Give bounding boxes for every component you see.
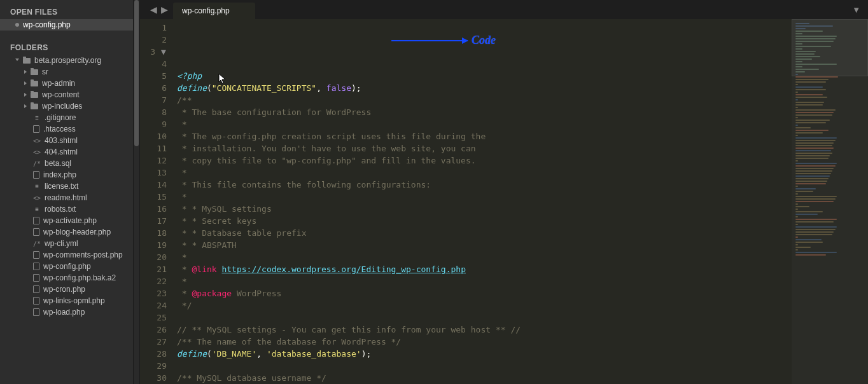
file-label: wp-cli.yml	[45, 239, 78, 248]
open-file-item[interactable]: wp-config.php	[0, 19, 133, 31]
code-line[interactable]: * * MySQL settings	[177, 203, 792, 215]
minimap-line	[795, 206, 809, 207]
code-line[interactable]: * This file contains the following confi…	[177, 179, 792, 191]
tabs-dropdown-icon[interactable]: ▼	[844, 0, 868, 19]
file-item[interactable]: .htaccess	[0, 123, 133, 135]
code-line[interactable]: *	[177, 251, 792, 263]
minimap-line	[795, 165, 836, 167]
code-line[interactable]	[177, 312, 792, 324]
file-item[interactable]: wp-blog-header.php	[0, 226, 133, 238]
code-line[interactable]: * * Secret keys	[177, 215, 792, 227]
code-line[interactable]	[177, 360, 792, 372]
minimap-line	[795, 104, 823, 106]
folder-item[interactable]: sr	[0, 66, 133, 78]
code-line[interactable]: * copy this file to "wp-config.php" and …	[177, 154, 792, 167]
line-number: 20	[140, 251, 167, 263]
code-line[interactable]: define("CONCATENATE_SCRIPTS", false);	[177, 82, 792, 94]
line-number: 1	[140, 22, 167, 34]
file-item[interactable]: wp-config.php	[0, 261, 133, 272]
file-item[interactable]: <>403.shtml	[0, 135, 133, 146]
minimap-line	[795, 188, 816, 189]
line-number: 11	[140, 142, 167, 154]
minimap-line	[795, 242, 823, 243]
line-number: 8	[140, 106, 167, 118]
code-line[interactable]: *	[177, 167, 792, 179]
file-item[interactable]: wp-config.php.bak.a2	[0, 272, 133, 284]
scrollbar-thumb[interactable]	[134, 0, 139, 146]
folder-item[interactable]: wp-admin	[0, 78, 133, 89]
code-line[interactable]: * installation. You don't have to use th…	[177, 142, 792, 154]
code-line[interactable]: *	[177, 118, 792, 130]
file-item[interactable]: ≡.gitignore	[0, 112, 133, 123]
file-item[interactable]: wp-links-opml.php	[0, 295, 133, 306]
code-line[interactable]: // ** MySQL settings - You can get this …	[177, 324, 792, 336]
code-line[interactable]: * * Database table prefix	[177, 227, 792, 239]
minimap-line	[795, 196, 837, 197]
minimap-line	[795, 252, 837, 253]
minimap-line	[795, 226, 837, 228]
line-number: 27	[140, 336, 167, 348]
file-item[interactable]: /*beta.sql	[0, 158, 133, 169]
code-line[interactable]: *	[177, 275, 792, 287]
code-line[interactable]: define('DB_NAME', 'database_database');	[177, 348, 792, 360]
folder-label: wp-admin	[42, 79, 75, 88]
annotation-label: Code	[472, 34, 496, 46]
sidebar-scrollbar[interactable]	[134, 0, 140, 384]
file-item[interactable]: wp-cron.php	[0, 284, 133, 295]
code-line[interactable]: /** MySQL database username */	[177, 372, 792, 384]
nav-forward-icon[interactable]: ▶	[161, 4, 168, 15]
minimap-viewport[interactable]	[792, 19, 868, 76]
file-item[interactable]: <>readme.html	[0, 192, 133, 203]
code-line[interactable]: <?php	[177, 70, 792, 82]
folder-label: wp-includes	[42, 102, 82, 111]
folder-item[interactable]: wp-includes	[0, 100, 133, 112]
file-label: license.txt	[45, 182, 78, 191]
code-line[interactable]: * * ABSPATH	[177, 239, 792, 251]
folder-item[interactable]: wp-content	[0, 89, 133, 100]
file-item[interactable]: <>404.shtml	[0, 146, 133, 158]
file-label: 403.shtml	[45, 136, 78, 145]
minimap-line	[795, 140, 836, 141]
minimap-line	[795, 84, 798, 85]
minimap-line	[795, 173, 831, 174]
sidebar: OPEN FILES wp-config.php FOLDERS beta.pr…	[0, 0, 134, 384]
code-line[interactable]: /**	[177, 94, 792, 106]
file-item[interactable]: ≡license.txt	[0, 181, 133, 192]
line-number: 30	[140, 372, 167, 384]
minimap-line	[795, 158, 829, 159]
tab-wp-config[interactable]: wp-config.php	[173, 3, 255, 19]
file-label: beta.sql	[45, 159, 71, 168]
file-item[interactable]: index.php	[0, 169, 133, 181]
code-line[interactable]: * @package WordPress	[177, 287, 792, 299]
code-line[interactable]: /** The name of the database for WordPre…	[177, 336, 792, 348]
code-line[interactable]: * The wp-config.php creation script uses…	[177, 130, 792, 142]
file-label: wp-cron.php	[43, 285, 85, 294]
file-item[interactable]: wp-load.php	[0, 306, 133, 318]
file-item[interactable]: wp-activate.php	[0, 215, 133, 226]
minimap-line	[795, 153, 832, 154]
file-label: robots.txt	[45, 205, 76, 214]
line-number: 26	[140, 324, 167, 336]
folder-icon	[31, 81, 38, 86]
code-line[interactable]: * The base configuration for WordPress	[177, 106, 792, 118]
file-item[interactable]: ≡robots.txt	[0, 203, 133, 215]
line-number: 22	[140, 275, 167, 287]
file-icon	[33, 217, 39, 224]
chevron-right-icon	[24, 81, 27, 85]
file-item[interactable]: wp-comments-post.php	[0, 249, 133, 261]
code-line[interactable]: *	[177, 191, 792, 203]
minimap-line	[795, 135, 798, 136]
minimap-line	[795, 224, 798, 225]
code-area[interactable]: Code <?phpdefine("CONCATENATE_SCRIPTS", …	[172, 19, 792, 384]
line-number: 15	[140, 191, 167, 203]
folder-label: sr	[42, 67, 48, 76]
editor-main: ◀ ▶ wp-config.php ▼ 123 ▼456789101112131…	[140, 0, 868, 384]
folder-root[interactable]: beta.prospercity.org	[0, 55, 133, 66]
code-icon: <>	[33, 149, 41, 156]
code-line[interactable]: * @link https://codex.wordpress.org/Edit…	[177, 263, 792, 275]
nav-back-icon[interactable]: ◀	[150, 4, 157, 15]
code-line[interactable]: */	[177, 299, 792, 312]
file-item[interactable]: /*wp-cli.yml	[0, 238, 133, 249]
file-label: index.php	[43, 170, 76, 179]
minimap[interactable]	[792, 19, 868, 384]
